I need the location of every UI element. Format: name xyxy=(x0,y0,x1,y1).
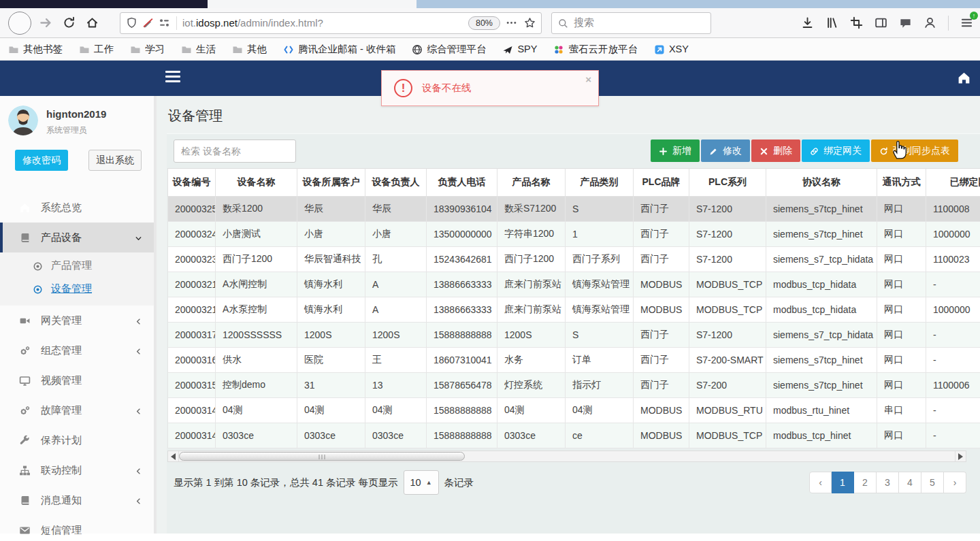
account-icon[interactable] xyxy=(924,16,936,29)
library-icon[interactable] xyxy=(826,16,838,29)
column-header[interactable]: 负责人电话 xyxy=(427,169,497,197)
horizontal-scrollbar[interactable] xyxy=(167,450,966,462)
page-1[interactable]: 1 xyxy=(832,472,854,493)
bookmark-item[interactable]: XSY xyxy=(654,43,689,54)
url-bar[interactable]: iot.idosp.net/admin/index.html? 80% xyxy=(120,12,542,34)
bookmark-star-icon[interactable] xyxy=(524,17,536,29)
sidebar-item-联动控制[interactable]: 联动控制 xyxy=(0,455,157,485)
titlebar-dark-segment xyxy=(0,0,208,8)
chat-icon[interactable] xyxy=(899,16,912,29)
sidebar-item-短信管理[interactable]: 短信管理 xyxy=(0,515,157,541)
device-search-input[interactable] xyxy=(174,140,296,163)
chevron-left-icon xyxy=(134,345,143,357)
column-header[interactable]: 协议名称 xyxy=(766,169,877,197)
table-cell: 西门子 xyxy=(634,222,689,247)
blocked-content-icon[interactable] xyxy=(142,17,154,29)
column-header[interactable]: 产品类别 xyxy=(566,169,634,197)
scroll-left-button[interactable] xyxy=(168,451,179,461)
action-button-修改[interactable]: 修改 xyxy=(701,140,750,162)
action-button-新增[interactable]: 新增 xyxy=(651,140,700,162)
sidebar-item-组态管理[interactable]: 组态管理 xyxy=(0,335,157,365)
alert-close-icon[interactable]: × xyxy=(585,73,591,85)
sidebar-item-label: 联动控制 xyxy=(41,464,82,477)
sidebar-item-产品设备[interactable]: 产品设备 xyxy=(0,223,157,252)
table-row[interactable]: 20000314904测04测04测1588888888804测04测MODBU… xyxy=(168,398,980,423)
app-menu-button[interactable]: ↑ xyxy=(960,16,973,29)
scroll-right-button[interactable] xyxy=(955,451,966,461)
table-cell: S7-200-SMART xyxy=(689,348,766,373)
plus-icon xyxy=(659,146,668,157)
downloads-icon[interactable] xyxy=(801,16,814,29)
shield-icon[interactable] xyxy=(126,17,137,29)
table-row[interactable]: 2000031771200SSSSSS1200S1200S15888888888… xyxy=(168,323,980,348)
page-prev[interactable]: ‹ xyxy=(809,472,832,493)
column-header[interactable]: 产品名称 xyxy=(497,169,566,197)
column-header[interactable]: PLC系列 xyxy=(689,169,766,197)
page-2[interactable]: 2 xyxy=(854,472,877,493)
sidebar-item-视频管理[interactable]: 视频管理 xyxy=(0,365,157,395)
table-cell: siemens_s7_tcp_hidata xyxy=(766,247,877,272)
action-button-绑定网关[interactable]: 绑定网关 xyxy=(802,140,870,162)
column-header[interactable]: PLC品牌 xyxy=(634,169,689,197)
table-row[interactable]: 200003256数采1200华辰华辰18390936104数采S71200S西… xyxy=(168,197,980,222)
bookmark-item[interactable]: 学习 xyxy=(130,43,165,56)
dot-circle-icon xyxy=(33,282,43,295)
folder-icon xyxy=(232,43,243,54)
sidebar-item-系统总览[interactable]: 系统总览 xyxy=(0,193,157,223)
home-button[interactable] xyxy=(82,13,102,33)
reload-button[interactable] xyxy=(59,13,79,33)
bookmark-item[interactable]: 其他书签 xyxy=(8,43,63,56)
page-size-select[interactable]: 10 ▲ xyxy=(404,470,439,495)
table-row[interactable]: 200003152控制demo311315878656478灯控系统指示灯西门子… xyxy=(168,373,980,398)
page-5[interactable]: 5 xyxy=(921,472,944,493)
column-header[interactable]: 设备负责人 xyxy=(365,169,427,197)
sidebar-item-故障管理[interactable]: 故障管理 xyxy=(0,395,157,425)
table-row[interactable]: 200003165供水医院王18607310041水务订单西门子S7-200-S… xyxy=(168,348,980,373)
back-button[interactable] xyxy=(8,12,31,35)
column-header[interactable]: 设备所属客户 xyxy=(297,169,365,197)
bookmark-label: 萤石云开放平台 xyxy=(568,43,638,56)
change-password-button[interactable]: 修改密码 xyxy=(15,150,68,171)
page-actions-icon[interactable] xyxy=(506,17,517,29)
page-3[interactable]: 3 xyxy=(877,472,899,493)
user-role: 系统管理员 xyxy=(46,125,106,136)
bookmark-item[interactable]: SPY xyxy=(502,43,537,54)
logout-button[interactable]: 退出系统 xyxy=(88,150,142,171)
table-row[interactable]: 200003211A水泵控制镇海水利A13886663333庶来门前泵站镇海泵站… xyxy=(168,297,980,323)
bookmark-item[interactable]: 其他 xyxy=(232,43,267,56)
scrollbar-thumb[interactable] xyxy=(179,452,465,461)
sidebar-item-消息通知[interactable]: 消息通知 xyxy=(0,485,157,515)
sidebar-item-保养计划[interactable]: 保养计划 xyxy=(0,425,157,455)
table-row[interactable]: 200003212A水闸控制镇海水利A13886663333庶来门前泵站镇海泵站… xyxy=(168,272,980,297)
bookmark-item[interactable]: 萤石云开放平台 xyxy=(553,43,638,56)
page-next[interactable]: › xyxy=(944,472,966,493)
zoom-level-badge[interactable]: 80% xyxy=(468,16,500,30)
bookmark-item[interactable]: 综合管理平台 xyxy=(412,43,486,56)
column-header[interactable]: 设备名称 xyxy=(216,169,297,197)
bookmark-item[interactable]: 工作 xyxy=(79,43,114,56)
page-4[interactable]: 4 xyxy=(899,472,921,493)
sidebar-subitem-设备管理[interactable]: 设备管理 xyxy=(0,277,157,300)
column-header[interactable]: 设备编号 xyxy=(168,169,216,197)
sidebar-toggle-button[interactable] xyxy=(165,71,180,86)
browser-search-box[interactable]: 搜索 xyxy=(551,12,711,34)
sidebars-icon[interactable] xyxy=(875,16,887,29)
forward-button[interactable] xyxy=(35,13,56,33)
action-button-强制同步点表[interactable]: 强制同步点表 xyxy=(871,140,958,162)
bookmark-item[interactable]: 生活 xyxy=(181,43,216,56)
app-home-button[interactable] xyxy=(957,71,971,85)
table-row[interactable]: 2000031450303ce0303ce0303ce1588888888803… xyxy=(168,423,980,448)
sidebar-subitem-产品管理[interactable]: 产品管理 xyxy=(0,254,157,277)
sidebar-scrollbar[interactable] xyxy=(154,96,157,534)
action-button-删除[interactable]: 删除 xyxy=(751,140,800,162)
table-cell: 1100006 xyxy=(926,373,980,398)
bookmark-item[interactable]: 腾讯企业邮箱 - 收件箱 xyxy=(283,43,395,56)
table-row[interactable]: 200003230西门子1200华辰智通科技孔15243642681西门子120… xyxy=(168,247,980,272)
screenshot-icon[interactable] xyxy=(850,16,863,29)
column-header[interactable]: 已绑定网关 xyxy=(926,169,980,197)
table-row[interactable]: 200003248小唐测试小唐小唐13500000000字符串12001西门子S… xyxy=(168,222,980,247)
column-header[interactable]: 通讯方式 xyxy=(877,169,926,197)
sidebar-item-网关管理[interactable]: 网关管理 xyxy=(0,306,157,335)
records-unit-text: 条记录 xyxy=(444,476,474,489)
site-identity-icon[interactable] xyxy=(159,17,170,29)
